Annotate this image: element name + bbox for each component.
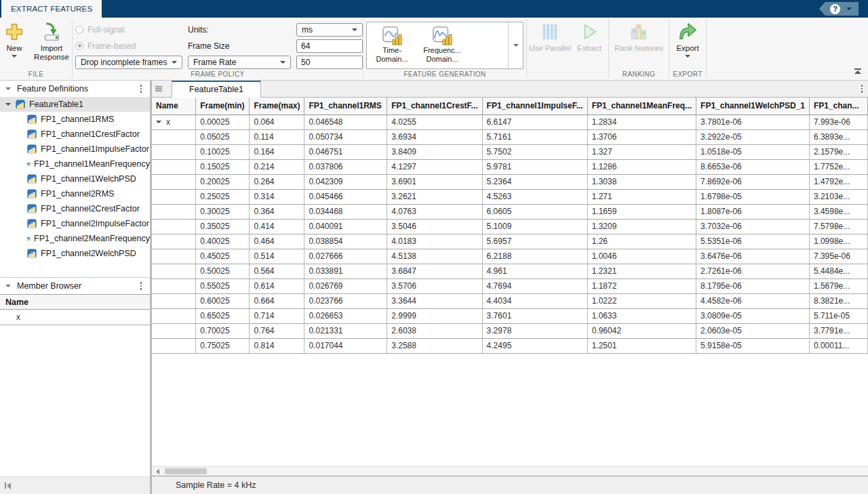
table-cell[interactable]: 0.20025 — [196, 174, 250, 189]
tree-item[interactable]: FP1_channel1RMS — [0, 112, 150, 127]
table-cell[interactable]: 3.5706 — [387, 279, 482, 293]
table-cell[interactable] — [152, 204, 196, 219]
table-cell[interactable]: 0.45025 — [196, 249, 250, 264]
table-cell[interactable]: 4.4034 — [482, 293, 587, 308]
table-cell[interactable] — [152, 264, 196, 279]
table-cell[interactable]: 2.6038 — [387, 323, 482, 338]
table-cell[interactable]: 1.3209 — [587, 219, 696, 234]
table-cell[interactable]: 0.70025 — [196, 323, 250, 338]
table-cell[interactable]: 0.038854 — [304, 234, 387, 249]
table-cell[interactable]: 0.714 — [250, 308, 304, 323]
table-cell[interactable]: 0.026653 — [304, 308, 387, 323]
tree-item[interactable]: FP1_channel2MeanFrequency — [0, 231, 150, 246]
table-cell[interactable]: 0.314 — [250, 189, 304, 204]
drop-incomplete-frames-select[interactable]: Drop incomplete frames — [75, 56, 182, 69]
table-cell[interactable]: 0.021331 — [304, 323, 387, 338]
table-cell[interactable]: 4.0183 — [387, 234, 482, 249]
member-row[interactable]: x — [0, 310, 150, 325]
table-cell[interactable] — [152, 308, 196, 323]
table-cell[interactable]: 5.9781 — [482, 159, 587, 174]
column-header[interactable]: FP1_channel1RMS — [304, 98, 387, 115]
table-cell[interactable] — [152, 338, 196, 353]
table-cell[interactable]: 1.1872 — [587, 279, 696, 293]
horizontal-scrollbar[interactable] — [152, 466, 868, 476]
table-cell[interactable]: 1.0633 — [587, 308, 696, 323]
table-cell[interactable]: 0.15025 — [196, 159, 250, 174]
table-cell[interactable]: 1.2501 — [587, 338, 696, 353]
table-cell[interactable]: 4.5138 — [387, 249, 482, 264]
table-cell[interactable]: 8.6653e-06 — [696, 159, 810, 174]
table-cell[interactable]: 0.30025 — [196, 204, 250, 219]
table-cell[interactable]: 0.034468 — [304, 204, 387, 219]
tree-item[interactable]: FP1_channel2CrestFactor — [0, 201, 150, 216]
table-cell[interactable]: 4.0763 — [387, 204, 482, 219]
table-cell[interactable]: 2.9999 — [387, 308, 482, 323]
column-header[interactable]: FP1_channel1ImpulseF... — [482, 98, 587, 115]
table-cell[interactable]: 0.75025 — [196, 338, 250, 353]
table-cell[interactable]: 8.1795e-06 — [696, 279, 810, 293]
table-cell[interactable]: 0.064 — [250, 115, 304, 129]
table-cell[interactable]: 0.042309 — [304, 174, 387, 189]
help-button[interactable]: ? — [819, 2, 859, 16]
table-cell[interactable]: 4.5263 — [482, 189, 587, 204]
table-cell[interactable] — [152, 159, 196, 174]
table-cell[interactable]: 3.6901 — [387, 174, 482, 189]
table-cell[interactable]: 0.40025 — [196, 234, 250, 249]
table-cell[interactable]: 0.023766 — [304, 293, 387, 308]
column-header[interactable]: FP1_channel1MeanFreq... — [587, 98, 696, 115]
doc-tab-featuretable1[interactable]: FeatureTable1 — [172, 81, 261, 98]
column-header[interactable]: FP1_channel1CrestF... — [387, 98, 482, 115]
table-cell[interactable]: 5.6957 — [482, 234, 587, 249]
table-cell[interactable]: 1.8087e-06 — [696, 204, 810, 219]
table-cell[interactable]: 3.2103e... — [809, 189, 867, 204]
table-cell[interactable]: 3.7032e-06 — [696, 219, 810, 234]
column-header[interactable]: Frame(max) — [250, 98, 304, 115]
table-cell[interactable]: 7.993e-06 — [809, 115, 867, 129]
table-cell[interactable]: 5.7502 — [482, 144, 587, 159]
table-cell[interactable]: 3.4598e... — [809, 204, 867, 219]
table-cell[interactable]: 3.7791e... — [809, 323, 867, 338]
table-cell[interactable]: 0.033891 — [304, 264, 387, 279]
frequency-domain-features-button[interactable]: Frequenc... Domain... — [417, 22, 467, 68]
table-cell[interactable]: 1.2834 — [587, 115, 696, 129]
table-cell[interactable] — [152, 219, 196, 234]
table-cell[interactable]: 6.2188 — [482, 249, 587, 264]
table-cell[interactable]: 1.4792e... — [809, 174, 867, 189]
member-browser-menu-icon[interactable] — [138, 280, 145, 292]
table-cell[interactable]: 0.214 — [250, 159, 304, 174]
tree-root-featuretable1[interactable]: FeatureTable1 — [0, 97, 150, 112]
table-cell[interactable] — [152, 249, 196, 264]
table-cell[interactable]: 0.164 — [250, 144, 304, 159]
table-cell[interactable]: 5.5351e-06 — [696, 234, 810, 249]
table-cell[interactable]: 1.327 — [587, 144, 696, 159]
feature-definitions-menu-icon[interactable] — [138, 83, 145, 95]
table-cell[interactable]: 6.0605 — [482, 204, 587, 219]
table-cell[interactable]: 0.65025 — [196, 308, 250, 323]
table-cell[interactable]: 4.0255 — [387, 115, 482, 129]
frame-size-input[interactable] — [296, 39, 363, 53]
table-cell[interactable]: 3.2621 — [387, 189, 482, 204]
table-cell[interactable] — [152, 129, 196, 144]
tree-item[interactable]: FP1_channel1MeanFrequency — [0, 157, 150, 171]
scrollbar-left-arrow-icon[interactable] — [152, 467, 163, 476]
table-cell[interactable]: 4.2495 — [482, 338, 587, 353]
column-header[interactable]: Frame(min) — [196, 98, 250, 115]
tree-item[interactable]: FP1_channel1CrestFactor — [0, 127, 150, 142]
table-cell[interactable]: 0.00011... — [809, 338, 867, 353]
gallery-dropdown-button[interactable] — [508, 22, 523, 68]
column-header[interactable]: FP1_chan... — [809, 98, 867, 115]
table-cell[interactable]: 0.00025 — [196, 115, 250, 129]
table-cell[interactable]: 3.6476e-06 — [696, 249, 810, 264]
table-cell[interactable]: 3.2588 — [387, 338, 482, 353]
table-cell[interactable]: 2.7261e-06 — [696, 264, 810, 279]
table-cell[interactable]: 0.35025 — [196, 219, 250, 234]
table-cell[interactable]: 0.046751 — [304, 144, 387, 159]
extract-button[interactable]: Extract — [573, 18, 606, 80]
radio-full-signal[interactable]: Full-signal — [75, 25, 182, 35]
table-cell[interactable]: 3.8409 — [387, 144, 482, 159]
feature-definitions-header[interactable]: Feature Definitions — [0, 81, 150, 97]
table-cell[interactable]: 0.514 — [250, 249, 304, 264]
tree-item[interactable]: FP1_channel1WelchPSD — [0, 171, 150, 186]
table-cell[interactable]: 0.60025 — [196, 293, 250, 308]
row-expander-icon[interactable] — [156, 121, 161, 123]
